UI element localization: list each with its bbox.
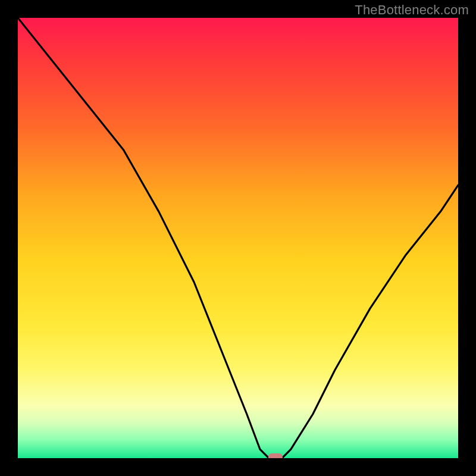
plot-svg [18,18,458,458]
optimal-marker [268,453,283,458]
watermark-text: TheBottleneck.com [355,2,469,18]
bottleneck-curve [18,18,458,458]
plot-area [18,18,458,458]
chart-frame: TheBottleneck.com [0,0,476,476]
